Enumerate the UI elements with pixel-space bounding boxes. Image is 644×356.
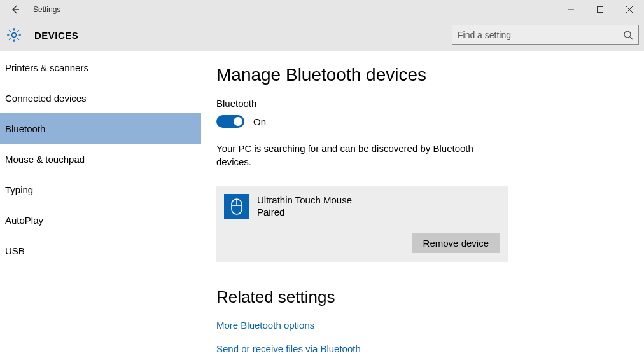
sidebar-item-label: AutoPlay xyxy=(5,215,43,226)
sidebar-item-mouse-touchpad[interactable]: Mouse & touchpad xyxy=(0,144,201,174)
minimize-icon xyxy=(568,6,574,13)
sidebar-item-label: Printers & scanners xyxy=(5,62,88,73)
sidebar-item-printers-scanners[interactable]: Printers & scanners xyxy=(0,52,201,83)
toggle-state-text: On xyxy=(253,116,266,127)
main-content: Manage Bluetooth devices Bluetooth On Yo… xyxy=(201,51,644,356)
device-card[interactable]: Ultrathin Touch Mouse Paired Remove devi… xyxy=(216,186,508,262)
titlebar: Settings xyxy=(0,0,644,19)
sidebar-item-usb[interactable]: USB xyxy=(0,235,201,266)
search-box[interactable] xyxy=(452,25,639,45)
remove-device-button[interactable]: Remove device xyxy=(412,233,500,253)
svg-point-1 xyxy=(12,33,17,38)
search-icon xyxy=(623,30,633,40)
sidebar-item-label: Mouse & touchpad xyxy=(5,154,85,165)
related-heading: Related settings xyxy=(216,287,644,307)
device-icon-box xyxy=(224,194,249,219)
bluetooth-toggle[interactable] xyxy=(216,115,244,128)
sidebar: Printers & scanners Connected devices Bl… xyxy=(0,51,201,356)
page-title: DEVICES xyxy=(24,30,78,41)
svg-rect-0 xyxy=(598,7,603,13)
device-status: Paired xyxy=(257,207,352,217)
close-icon xyxy=(626,6,633,13)
main-heading: Manage Bluetooth devices xyxy=(216,65,644,85)
link-send-receive-files[interactable]: Send or receive files via Bluetooth xyxy=(216,343,644,354)
sidebar-item-autoplay[interactable]: AutoPlay xyxy=(0,205,201,235)
back-button[interactable] xyxy=(5,0,25,19)
device-name: Ultrathin Touch Mouse xyxy=(257,194,352,207)
devices-section-icon xyxy=(4,25,24,45)
sidebar-item-typing[interactable]: Typing xyxy=(0,174,201,205)
sidebar-item-label: Typing xyxy=(5,184,33,195)
sidebar-item-label: Bluetooth xyxy=(5,123,45,134)
toggle-label: Bluetooth xyxy=(216,98,644,109)
status-text: Your PC is searching for and can be disc… xyxy=(216,142,484,168)
svg-point-2 xyxy=(624,31,631,38)
sidebar-item-bluetooth[interactable]: Bluetooth xyxy=(0,113,201,144)
close-button[interactable] xyxy=(615,0,644,19)
link-more-bluetooth-options[interactable]: More Bluetooth options xyxy=(216,320,644,331)
sidebar-item-label: USB xyxy=(5,245,25,256)
gear-icon xyxy=(6,27,22,43)
search-input[interactable] xyxy=(458,30,623,40)
header: DEVICES xyxy=(0,19,644,51)
maximize-icon xyxy=(597,6,603,13)
maximize-button[interactable] xyxy=(585,0,615,19)
back-arrow-icon xyxy=(10,4,20,15)
mouse-icon xyxy=(230,198,244,216)
sidebar-item-label: Connected devices xyxy=(5,93,87,104)
minimize-button[interactable] xyxy=(556,0,585,19)
window-title: Settings xyxy=(25,5,60,14)
sidebar-item-connected-devices[interactable]: Connected devices xyxy=(0,83,201,113)
